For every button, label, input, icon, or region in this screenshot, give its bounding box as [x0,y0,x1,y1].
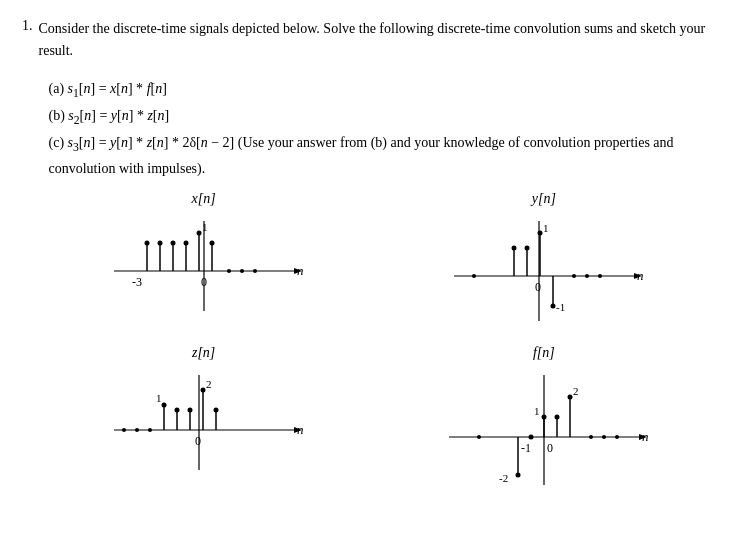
part-b: (b) s2[n] = y[n] * z[n] [49,104,710,131]
part-c: (c) s3[n] = y[n] * z[n] * 2δ[n − 2] (Use… [49,131,710,181]
part-c-math: s3[n] = y[n] * z[n] * 2δ[n − 2] (Use you… [49,135,674,177]
svg-text:0: 0 [201,275,207,289]
svg-text:0: 0 [195,434,201,448]
svg-point-33 [537,231,542,236]
part-b-math: s2[n] = y[n] * z[n] [68,108,169,123]
svg-point-18 [209,241,214,246]
svg-point-77 [567,395,572,400]
svg-point-15 [196,231,201,236]
part-a: (a) s1[n] = x[n] * f[n] [49,77,710,104]
problem-number-label: 1. [22,18,33,499]
svg-text:n: n [297,422,304,437]
svg-point-31 [524,246,529,251]
from-label: from [340,135,367,150]
svg-point-40 [598,274,602,278]
svg-text:0: 0 [547,441,553,455]
svg-point-48 [148,428,152,432]
graph-yn: y[n] n 0 [389,191,699,335]
svg-text:2: 2 [573,385,579,397]
part-a-label: (a) [49,81,68,96]
svg-point-20 [240,269,244,273]
svg-point-57 [200,388,205,393]
svg-text:-1: -1 [521,441,531,455]
svg-point-81 [602,435,606,439]
part-b-label: (b) [49,108,69,123]
svg-text:n: n [642,429,649,444]
svg-text:1: 1 [202,221,208,233]
svg-point-53 [174,408,179,413]
svg-point-7 [144,241,149,246]
graph-fn-area: n 0 -1 -2 1 [439,365,649,499]
graph-zn-area: n 0 1 [104,365,304,479]
svg-text:-3: -3 [132,275,142,289]
graphs-container: x[n] n 0 -3 [39,191,710,499]
svg-text:-2: -2 [499,472,508,484]
svg-text:-1: -1 [556,301,565,313]
graph-zn: z[n] n 0 [49,345,359,499]
part-a-math: s1[n] = x[n] * f[n] [68,81,167,96]
svg-point-55 [187,408,192,413]
svg-text:n: n [637,268,644,283]
svg-point-21 [253,269,257,273]
svg-point-70 [528,435,533,440]
svg-point-19 [227,269,231,273]
problem-block: 1. Consider the discrete-time signals de… [22,18,709,499]
svg-point-38 [572,274,576,278]
graph-yn-area: n 0 1 [444,211,644,335]
svg-point-50 [161,403,166,408]
graph-fn: f[n] n 0 -1 -2 [389,345,699,499]
svg-point-27 [472,274,476,278]
svg-point-80 [589,435,593,439]
graph-xn-title: x[n] [192,191,216,207]
svg-point-9 [157,241,162,246]
svg-point-46 [122,428,126,432]
svg-point-36 [550,304,555,309]
svg-point-82 [615,435,619,439]
svg-text:n: n [297,263,304,278]
graph-xn: x[n] n 0 -3 [49,191,359,335]
svg-point-60 [213,408,218,413]
svg-point-79 [477,435,481,439]
svg-text:1: 1 [543,222,549,234]
part-c-label: (c) [49,135,68,150]
svg-point-72 [541,415,546,420]
graph-yn-title: y[n] [532,191,556,207]
svg-text:1: 1 [534,405,540,417]
problem-intro: Consider the discrete-time signals depic… [39,18,710,61]
svg-point-75 [554,415,559,420]
svg-point-13 [183,241,188,246]
svg-text:0: 0 [535,280,541,294]
svg-point-68 [515,473,520,478]
svg-text:2: 2 [206,378,212,390]
graph-fn-title: f[n] [533,345,555,361]
svg-point-39 [585,274,589,278]
graph-xn-area: n 0 -3 [104,211,304,325]
graph-zn-title: z[n] [192,345,215,361]
svg-text:1: 1 [156,392,162,404]
svg-point-47 [135,428,139,432]
svg-point-29 [511,246,516,251]
svg-point-11 [170,241,175,246]
